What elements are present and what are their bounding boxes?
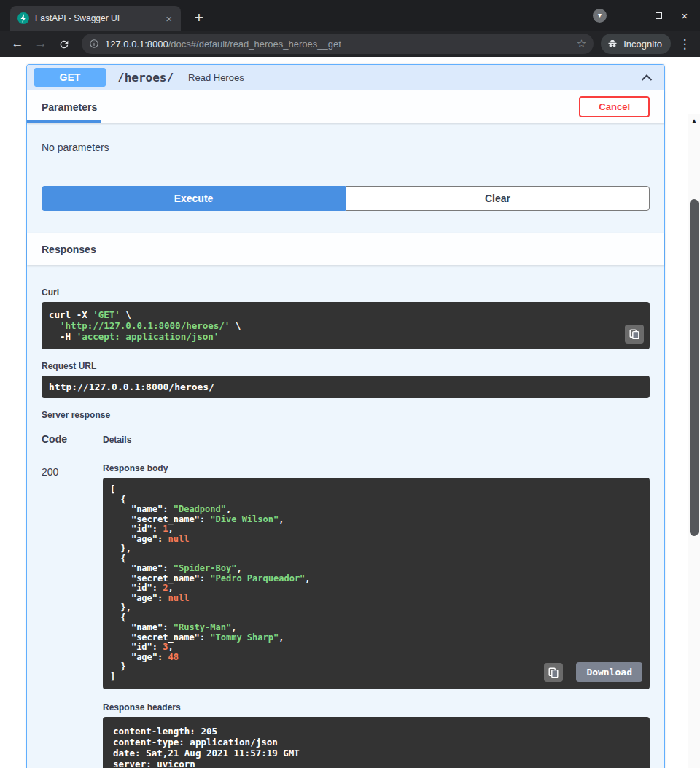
swagger-page: GET /heroes/ Read Heroes Parameters Canc… bbox=[0, 57, 700, 768]
execute-button[interactable]: Execute bbox=[42, 186, 346, 211]
response-body-block: [ { "name": "Deadpond", "secret_name": "… bbox=[103, 478, 650, 689]
copy-curl-button[interactable] bbox=[625, 325, 644, 344]
response-headers-code: content-length: 205 content-type: applic… bbox=[113, 726, 639, 768]
back-icon[interactable]: ← bbox=[7, 34, 28, 54]
curl-label: Curl bbox=[42, 287, 650, 298]
execute-button-group: Execute Clear bbox=[42, 186, 650, 211]
endpoint-path: /heroes/ bbox=[117, 71, 174, 85]
response-body-controls: Download bbox=[544, 662, 642, 682]
opblock-summary[interactable]: GET /heroes/ Read Heroes bbox=[27, 65, 664, 90]
url-host: 127.0.0.1:8000 bbox=[105, 39, 168, 50]
cancel-button[interactable]: Cancel bbox=[579, 96, 650, 117]
request-url-block: http://127.0.0.1:8000/heroes/ bbox=[42, 376, 650, 398]
incognito-label: Incognito bbox=[623, 39, 662, 50]
request-url-value: http://127.0.0.1:8000/heroes/ bbox=[49, 381, 642, 392]
copy-response-button[interactable] bbox=[544, 663, 563, 682]
collapse-chevron-icon[interactable] bbox=[639, 68, 654, 87]
details-column-header: Details bbox=[103, 435, 650, 445]
parameters-tab-label: Parameters bbox=[42, 101, 97, 113]
maximize-button[interactable] bbox=[649, 6, 668, 25]
opblock-get-heroes: GET /heroes/ Read Heroes Parameters Canc… bbox=[26, 64, 665, 768]
menu-icon[interactable]: ⋮ bbox=[677, 36, 693, 52]
responses-section-header: Responses bbox=[27, 233, 664, 265]
reload-icon[interactable] bbox=[54, 34, 74, 54]
forward-icon[interactable]: → bbox=[31, 34, 51, 54]
tab-parameters[interactable]: Parameters bbox=[42, 101, 97, 113]
fastapi-favicon bbox=[18, 12, 29, 24]
active-tab-underline bbox=[27, 120, 101, 123]
response-headers-label: Response headers bbox=[103, 702, 650, 713]
method-badge: GET bbox=[34, 68, 106, 87]
bookmark-star-icon[interactable]: ☆ bbox=[577, 37, 586, 50]
clipboard-icon bbox=[548, 667, 559, 678]
site-info-icon[interactable] bbox=[89, 39, 99, 49]
tab-search-icon[interactable]: ▾ bbox=[593, 9, 607, 23]
browser-tab[interactable]: FastAPI - Swagger UI × bbox=[10, 6, 181, 31]
status-code: 200 bbox=[42, 463, 103, 768]
incognito-badge: Incognito bbox=[601, 34, 671, 54]
new-tab-button[interactable]: + bbox=[190, 8, 209, 27]
code-column-header: Code bbox=[42, 433, 103, 445]
tab-title: FastAPI - Swagger UI bbox=[35, 13, 163, 23]
server-response-label: Server response bbox=[42, 410, 650, 420]
response-table-header: Code Details bbox=[42, 424, 650, 451]
response-headers-block: content-length: 205 content-type: applic… bbox=[103, 717, 650, 768]
tab-close-icon[interactable]: × bbox=[163, 12, 175, 25]
curl-command-block: curl -X 'GET' \ 'http://127.0.0.1:8000/h… bbox=[42, 302, 650, 349]
parameters-body: No parameters Execute Clear bbox=[27, 123, 664, 233]
curl-code: curl -X 'GET' \ 'http://127.0.0.1:8000/h… bbox=[49, 309, 642, 342]
minimize-button[interactable] bbox=[623, 6, 642, 25]
response-body-code: [ { "name": "Deadpond", "secret_name": "… bbox=[110, 485, 642, 682]
tab-strip: FastAPI - Swagger UI × + ▾ × bbox=[0, 0, 700, 31]
endpoint-summary: Read Heroes bbox=[188, 72, 244, 83]
responses-inner: Curl curl -X 'GET' \ 'http://127.0.0.1:8… bbox=[27, 265, 664, 768]
page-scrollbar[interactable]: ▲ ▼ bbox=[688, 114, 700, 768]
parameters-section-header: Parameters Cancel bbox=[27, 90, 664, 123]
download-button[interactable]: Download bbox=[576, 662, 642, 682]
url-text: 127.0.0.1:8000/docs#/default/read_heroes… bbox=[105, 39, 572, 50]
response-body-label: Response body bbox=[103, 463, 650, 473]
incognito-icon bbox=[607, 38, 618, 50]
clear-button[interactable]: Clear bbox=[346, 186, 650, 211]
url-path: /docs#/default/read_heroes_heroes__get bbox=[168, 39, 341, 50]
response-row-200: 200 Response body [ { "name": "Deadpond"… bbox=[42, 451, 650, 768]
browser-chrome: FastAPI - Swagger UI × + ▾ × ← → 127.0.0… bbox=[0, 0, 700, 57]
close-button[interactable]: × bbox=[675, 6, 694, 25]
url-bar[interactable]: 127.0.0.1:8000/docs#/default/read_heroes… bbox=[82, 34, 594, 54]
scrollbar-up-arrow[interactable]: ▲ bbox=[688, 115, 700, 127]
no-parameters-text: No parameters bbox=[42, 141, 650, 153]
clipboard-icon bbox=[629, 329, 639, 339]
request-url-label: Request URL bbox=[42, 361, 650, 371]
browser-toolbar: ← → 127.0.0.1:8000/docs#/default/read_he… bbox=[0, 31, 700, 57]
response-details-cell: Response body [ { "name": "Deadpond", "s… bbox=[103, 463, 650, 768]
scrollbar-thumb[interactable] bbox=[690, 199, 699, 536]
responses-title: Responses bbox=[42, 244, 96, 255]
